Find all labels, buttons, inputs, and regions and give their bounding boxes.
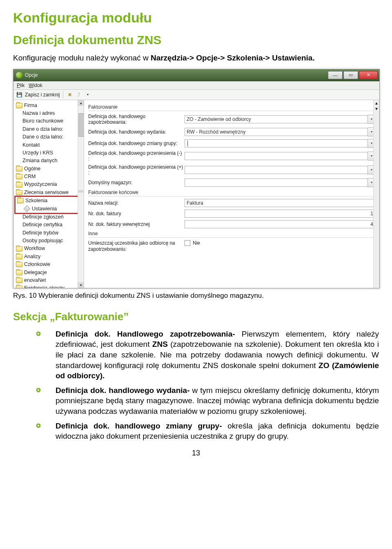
checkbox-label: Nie bbox=[193, 240, 200, 246]
menu-plik[interactable]: Plik bbox=[17, 83, 24, 88]
bullet-item: Definicja dok. handlowego wydania- w tym… bbox=[13, 385, 379, 417]
combo-przeniesienie-minus[interactable] bbox=[185, 152, 368, 160]
menu-widok[interactable]: Widok bbox=[29, 83, 42, 88]
maximize-button[interactable]: ▭ bbox=[343, 71, 358, 79]
bullet-item: Definicja dok. handlowego zmiany grupy- … bbox=[13, 421, 379, 442]
tree-leaf[interactable]: Definicje zgłoszeń bbox=[14, 213, 84, 221]
form-pane: Fakturowanie Definicja dok. handlowego z… bbox=[84, 100, 379, 288]
scroll-up-icon[interactable]: ▴ bbox=[375, 100, 378, 106]
label: Domyślny magazyn: bbox=[88, 180, 185, 185]
scroll-down-icon[interactable]: ▾ bbox=[375, 106, 378, 112]
save-close-button[interactable]: Zapisz i zamknij bbox=[25, 92, 60, 98]
section-fakturowanie: Fakturowanie bbox=[88, 104, 375, 111]
toolbar: 💾 Zapisz i zamknij ✖ ⤴ ▾ bbox=[13, 90, 379, 100]
scroll-down-icon[interactable]: ▾ bbox=[78, 282, 84, 288]
tree-node-delegacje[interactable]: Delegacje bbox=[14, 269, 84, 277]
tree-node-wypozyczenia[interactable]: Wypożyczenia bbox=[14, 181, 84, 188]
combo-zmiana-grupy[interactable] bbox=[185, 139, 368, 147]
tree-sidebar: Firma Nazwa i adres Biuro rachunkowe Dan… bbox=[13, 100, 84, 288]
tree-leaf[interactable]: Nazwa i adres bbox=[14, 109, 84, 117]
titlebar: Opcje — ▭ ✕ bbox=[13, 69, 379, 81]
tree-node-analizy[interactable]: Analizy bbox=[14, 253, 84, 261]
tree-leaf[interactable]: Definicje trybów bbox=[14, 229, 84, 237]
close-button[interactable]: ✕ bbox=[359, 71, 378, 79]
tree-leaf[interactable]: Dane o dzia łalno: bbox=[14, 133, 84, 141]
tree-node-szkolenia[interactable]: Szkolenia bbox=[16, 197, 82, 205]
label: Umieszczaj uczestnika jako odbiorcę na z… bbox=[88, 240, 185, 253]
combo-wydanie[interactable]: RW - Rozchód wewnętrzny bbox=[185, 128, 368, 136]
menubar: Plik Widok bbox=[13, 81, 379, 90]
label: Nr. dok. faktury wewnętrznej bbox=[88, 221, 185, 227]
dropdown-arrow-icon[interactable]: ▾ bbox=[85, 92, 91, 98]
bullet-icon bbox=[36, 331, 41, 336]
tree-leaf[interactable]: Osoby podpisując bbox=[14, 237, 84, 245]
input-nr-faktury[interactable]: 1 bbox=[185, 210, 375, 218]
tree-node-workflow[interactable]: Workflow bbox=[14, 245, 84, 252]
tool-icon-2[interactable]: ⤴ bbox=[76, 92, 82, 98]
section-heading-definicja: Definicja dokumentu ZNS bbox=[13, 33, 379, 47]
tree-node-crm[interactable]: CRM bbox=[14, 173, 84, 181]
tree-node-ogolne[interactable]: Ogólne bbox=[14, 165, 84, 173]
page-number: 13 bbox=[13, 449, 379, 458]
diamond-icon bbox=[24, 205, 31, 212]
minimize-button[interactable]: — bbox=[328, 71, 343, 79]
page-title: Konfiguracja modułu bbox=[13, 10, 379, 26]
tree-node-firma[interactable]: Firma bbox=[14, 102, 84, 109]
tree-leaf[interactable]: Definicje certyfika bbox=[14, 221, 84, 229]
combo-magazyn[interactable] bbox=[185, 179, 368, 187]
label: Definicja dok. handlowego wydania: bbox=[88, 129, 185, 135]
section-inne: Inne bbox=[88, 231, 375, 238]
form-scrollbar[interactable]: ▴ ▾ bbox=[373, 100, 379, 288]
label: Nazwa relacji: bbox=[88, 200, 185, 206]
tool-icon-1[interactable]: ✖ bbox=[67, 92, 73, 98]
scroll-up-icon[interactable]: ▴ bbox=[78, 100, 84, 106]
combo-zapotrzebowanie[interactable]: ZO - Zamówienie od odbiorcy bbox=[185, 115, 368, 123]
label: Definicja dok. handlowego zmiany grupy: bbox=[88, 141, 185, 146]
tree-node-enovanet[interactable]: enovaNet bbox=[14, 277, 84, 284]
input-nr-faktury-wew[interactable]: 4 bbox=[185, 220, 375, 228]
tree-node-ewid-akcyzy[interactable]: Ewidencja akcyzy bbox=[14, 284, 84, 288]
label: Definicja dok. handlowego przeniesienia … bbox=[88, 164, 185, 176]
input-nazwa-relacji[interactable]: Faktura bbox=[185, 199, 375, 207]
tree-leaf[interactable]: Urzędy i KRS bbox=[14, 149, 84, 157]
combo-przeniesienie-plus[interactable] bbox=[185, 166, 368, 174]
save-icon[interactable]: 💾 bbox=[16, 92, 22, 98]
section-heading-fakturowanie: Sekcja „Fakturowanie” bbox=[13, 310, 379, 323]
tree-node-czlonkowie[interactable]: Członkowie bbox=[14, 261, 84, 268]
sidebar-scrollbar[interactable]: ▴ ▾ bbox=[78, 100, 84, 288]
figure-caption: Rys. 10 Wybieranie definicji dokumentu Z… bbox=[13, 292, 379, 300]
tree-leaf[interactable]: Zmiana danych bbox=[14, 157, 84, 165]
app-icon bbox=[16, 72, 22, 78]
intro-paragraph: Konfigurację modułu należy wykonać w Nar… bbox=[13, 53, 379, 63]
bullet-icon bbox=[36, 423, 41, 428]
bullet-item: Definicja dok. Handlowego zapotrzebowani… bbox=[13, 329, 379, 381]
section-fakt-koncowe: Fakturowanie końcowe bbox=[88, 190, 375, 196]
tree-leaf[interactable]: Biuro rachunkowe bbox=[14, 117, 84, 125]
tree-node-ustawienia[interactable]: Ustawienia bbox=[16, 205, 82, 213]
tree-leaf[interactable]: Dane o dzia łalno: bbox=[14, 125, 84, 133]
window-title: Opcje bbox=[25, 72, 328, 78]
bullet-icon bbox=[36, 388, 41, 393]
tree-leaf[interactable]: Kontakt bbox=[14, 141, 84, 149]
app-window: Opcje — ▭ ✕ Plik Widok 💾 Zapisz i zamkni… bbox=[13, 69, 380, 288]
label: Nr. dok. faktury bbox=[88, 211, 185, 216]
checkbox-umieszczaj[interactable] bbox=[185, 240, 190, 246]
highlighted-tree-area: Szkolenia Ustawienia bbox=[14, 196, 84, 214]
label: Definicja dok. handlowego przeniesienia … bbox=[88, 150, 185, 162]
label: Definicja dok. handlowego zapotrzebowani… bbox=[88, 114, 185, 125]
